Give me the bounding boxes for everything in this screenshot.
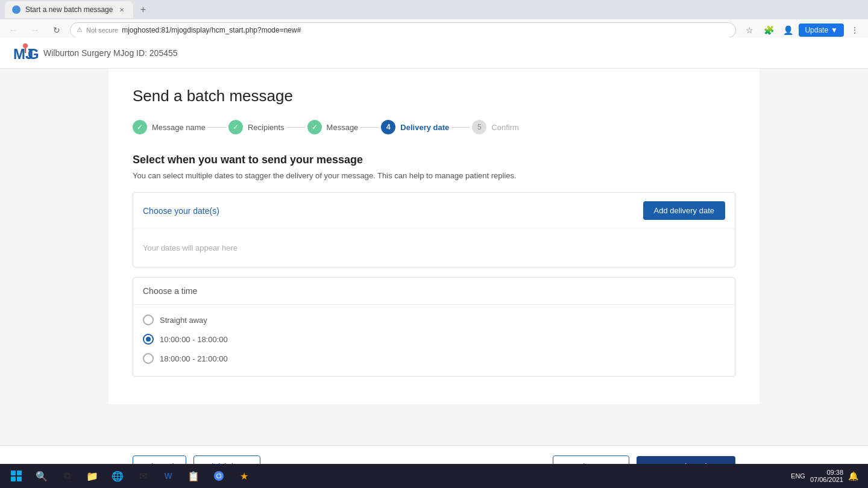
step-message: ✓ Message — [307, 120, 359, 134]
step-2-label: Recipients — [248, 123, 285, 132]
taskbar-right: ENG 09:38 07/06/2021 🔔 — [791, 469, 863, 483]
tab-close-btn[interactable]: ✕ — [118, 5, 126, 14]
update-chevron-icon: ▼ — [831, 26, 838, 34]
svg-rect-4 — [11, 471, 16, 475]
start-button[interactable] — [5, 466, 28, 486]
svg-point-2 — [23, 43, 28, 48]
step-4-circle: 4 — [381, 120, 395, 134]
toolbar-actions: ☆ 🧩 👤 Update ▼ ⋮ — [741, 22, 863, 39]
app7-icon: 📋 — [187, 469, 200, 483]
app-container: MJ G Wilburton Surgery MJog ID: 205455 S… — [0, 37, 868, 488]
svg-rect-7 — [17, 477, 22, 481]
tab-title: Start a new batch message — [25, 5, 113, 14]
browser-titlebar: Start a new batch message ✕ + — [0, 0, 868, 19]
time-option-evening[interactable]: 18:00:00 - 21:00:00 — [143, 353, 725, 364]
time-picker-card: Choose a time Straight away 10:00:00 - 1… — [133, 277, 735, 377]
time-label-straight-away: Straight away — [160, 316, 207, 325]
main-content: Send a batch message ✓ Message name ✓ Re… — [0, 69, 868, 445]
address-text: mjoghosted:81/mjogdisplay/hcm_start.php?… — [122, 26, 729, 34]
page-title: Send a batch message — [133, 87, 735, 105]
app-header: MJ G Wilburton Surgery MJog ID: 205455 — [0, 37, 868, 69]
extensions-button[interactable]: 🧩 — [760, 22, 777, 39]
word-icon: W — [162, 469, 175, 483]
taskbar-time-display: 09:38 — [826, 469, 843, 476]
step-5-circle: 5 — [472, 120, 486, 134]
step-connector-3 — [360, 127, 379, 128]
app9-button[interactable]: ★ — [233, 466, 256, 486]
search-taskbar-icon: 🔍 — [35, 469, 48, 483]
edge-browser-button[interactable]: 🌐 — [106, 466, 129, 486]
menu-button[interactable]: ⋮ — [846, 22, 863, 39]
file-explorer-icon: 📁 — [86, 469, 99, 483]
step-5-label: Confirm — [491, 123, 519, 132]
radio-morning[interactable] — [143, 334, 154, 345]
address-bar[interactable]: ⚠ Not secure mjoghosted:81/mjogdisplay/h… — [70, 22, 736, 38]
time-option-straight-away[interactable]: Straight away — [143, 314, 725, 325]
time-option-morning[interactable]: 10:00:00 - 18:00:00 — [143, 334, 725, 345]
edge-icon: 🌐 — [111, 469, 124, 483]
date-picker-card: Choose your date(s) Add delivery date Yo… — [133, 192, 735, 267]
section-desc: You can select multiple dates to stagger… — [133, 171, 735, 180]
add-delivery-date-button[interactable]: Add delivery date — [643, 201, 725, 220]
step-message-name: ✓ Message name — [133, 120, 206, 134]
taskbar-date-display: 07/06/2021 — [810, 476, 843, 483]
task-view-button[interactable]: ⧉ — [55, 466, 78, 486]
profile-button[interactable]: 👤 — [779, 22, 796, 39]
svg-text:G: G — [28, 46, 39, 62]
notification-icon[interactable]: 🔔 — [848, 471, 858, 481]
step-connector-2 — [287, 127, 305, 128]
org-label: Wilburton Surgery MJog ID: 205455 — [43, 48, 178, 58]
choose-dates-label: Choose your date(s) — [143, 206, 219, 216]
svg-rect-5 — [17, 471, 22, 475]
tab-favicon — [12, 5, 20, 14]
file-explorer-button[interactable]: 📁 — [81, 466, 104, 486]
refresh-button[interactable]: ↻ — [48, 22, 65, 39]
chrome-icon — [212, 469, 225, 483]
app7-button[interactable]: 📋 — [182, 466, 205, 486]
time-picker-header: Choose a time — [133, 278, 735, 305]
new-tab-button[interactable]: + — [136, 2, 150, 17]
time-label-evening: 18:00:00 - 21:00:00 — [160, 354, 228, 363]
step-4-label: Delivery date — [400, 123, 449, 132]
step-3-circle: ✓ — [307, 120, 322, 134]
step-recipients: ✓ Recipients — [228, 120, 285, 134]
forward-button[interactable]: → — [27, 22, 43, 39]
step-confirm: 5 Confirm — [472, 120, 519, 134]
word-button[interactable]: W — [157, 466, 180, 486]
security-icon: ⚠ — [77, 26, 83, 34]
taskbar-lang: ENG — [791, 472, 805, 480]
logo-area: MJ G Wilburton Surgery MJog ID: 205455 — [12, 40, 178, 66]
back-button[interactable]: ← — [5, 22, 22, 39]
content-card: Send a batch message ✓ Message name ✓ Re… — [108, 69, 760, 404]
mail-button[interactable]: ✉ — [131, 466, 154, 486]
svg-point-10 — [217, 474, 221, 478]
section-title: Select when you want to send your messag… — [133, 154, 735, 166]
update-button[interactable]: Update ▼ — [799, 23, 844, 37]
app9-icon: ★ — [237, 469, 251, 483]
step-connector-1 — [208, 127, 226, 128]
task-view-icon: ⧉ — [60, 469, 74, 483]
svg-rect-6 — [11, 477, 16, 481]
taskbar: 🔍 ⧉ 📁 🌐 ✉ W 📋 ★ ENG 09:38 07/06/2021 — [0, 464, 868, 488]
radio-straight-away[interactable] — [143, 314, 154, 325]
update-label: Update — [805, 26, 828, 34]
radio-evening[interactable] — [143, 353, 154, 364]
time-label-morning: 10:00:00 - 18:00:00 — [160, 335, 228, 344]
logo-svg: MJ G — [12, 40, 39, 66]
time-options: Straight away 10:00:00 - 18:00:00 18:00:… — [133, 305, 735, 376]
search-taskbar-button[interactable]: 🔍 — [30, 466, 53, 486]
windows-icon — [10, 469, 23, 483]
bookmark-star-button[interactable]: ☆ — [741, 22, 758, 39]
taskbar-clock: 09:38 07/06/2021 — [810, 469, 843, 483]
security-label: Not secure — [86, 27, 118, 34]
browser-chrome: Start a new batch message ✕ + ← → ↻ ⚠ No… — [0, 0, 868, 37]
dates-placeholder: Your dates will appear here — [133, 229, 735, 267]
step-connector-4 — [451, 127, 470, 128]
active-tab[interactable]: Start a new batch message ✕ — [5, 1, 133, 18]
step-1-label: Message name — [152, 123, 206, 132]
step-1-circle: ✓ — [133, 120, 147, 134]
mjog-logo: MJ G — [12, 40, 39, 66]
stepper: ✓ Message name ✓ Recipients ✓ Message — [133, 120, 735, 134]
date-picker-header: Choose your date(s) Add delivery date — [133, 193, 735, 229]
chrome-button[interactable] — [207, 466, 230, 486]
